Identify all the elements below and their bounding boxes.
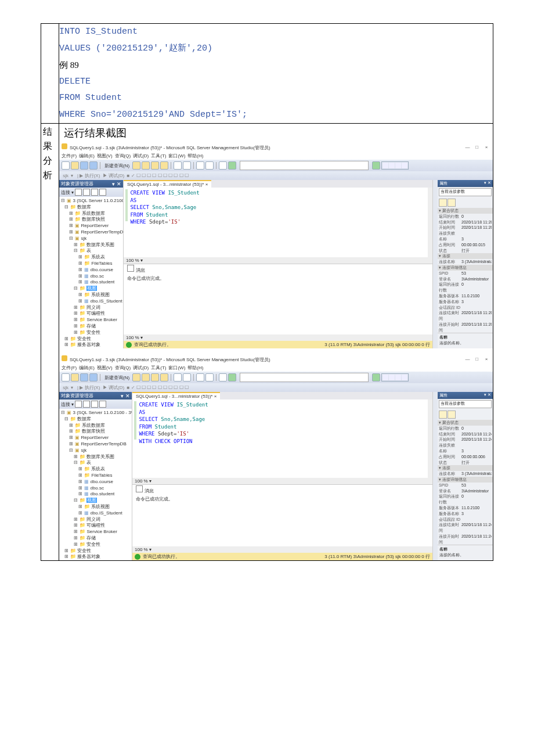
menu-bar[interactable]: 文件(F)编辑(E)视图(V)查询(Q)调试(D)工具(T)窗口(W)帮助(H) (59, 152, 493, 160)
editor-tab[interactable]: SQLQuery1.sql - 3...ministrator (53))* × (124, 180, 211, 188)
main-toolbar[interactable]: 新建查询(N) (59, 372, 493, 383)
nq-icon[interactable] (132, 161, 140, 170)
query-toolbar[interactable]: sjk ▾ | ▶ 执行(X) ▶ 调试(D) ■ ✓ ☐ ☐ ☐ ☐ ☐ ☐ … (59, 171, 493, 180)
app-icon (62, 355, 67, 361)
play-icon[interactable] (372, 161, 380, 170)
sql-editor[interactable]: SQLQuery1.sql - 3...ministrator (53))* ×… (124, 180, 432, 348)
messages-tab[interactable]: 消息 (124, 264, 432, 274)
message-icon (127, 265, 134, 272)
maximize-button[interactable]: □ (473, 145, 481, 150)
vertical-splitter[interactable] (432, 180, 438, 348)
properties-panel[interactable]: 属性▾ ✕ 当前连接参数 ▾ 聚合状态 返回的行数0结束时间2020/11/18… (438, 180, 493, 348)
save-icon[interactable] (80, 161, 88, 170)
alpha-icon[interactable] (448, 199, 456, 207)
props-combo[interactable]: 当前连接参数 (439, 188, 492, 196)
main-toolbar[interactable]: 新建查询(N) (59, 160, 493, 171)
close-button[interactable]: × (482, 357, 490, 362)
pin-icon[interactable]: ▾ ✕ (484, 181, 491, 186)
success-icon (126, 342, 132, 348)
ssms-screenshot-2: SQLQuery1.sql - 3.sjk (3\Administrator (… (59, 354, 493, 560)
ssms-screenshot-1: SQLQuery1.sql - 3.sjk (3\Administrator (… (59, 142, 493, 348)
properties-panel[interactable]: 属性▾ ✕ 当前连接参数 ▾ 聚合状态 返回的行数0结束时间2020/11/18… (438, 392, 493, 560)
window-title: SQLQuery1.sql - 3.sjk (3\Administrator (… (70, 357, 270, 362)
menu-bar[interactable]: 文件(F)编辑(E)视图(V)查询(Q)调试(D)工具(T)窗口(W)帮助(H) (59, 364, 493, 372)
object-explorer[interactable]: 对象资源管理器▾ ✕ 连接 ▾ ⊟ ▣ 3 (SQL Server 11.0.2… (59, 392, 132, 560)
editor-scrollbar[interactable] (428, 188, 432, 257)
close-button[interactable]: × (482, 145, 490, 150)
categorize-icon[interactable] (439, 199, 447, 207)
zoom-selector[interactable]: 100 % ▾ (124, 257, 432, 264)
pin-icon[interactable]: ▾ ✕ (112, 181, 121, 187)
sql-editor[interactable]: SQLQuery1.sql - 3...ministrator (53))* ×… (132, 392, 432, 560)
app-icon (62, 143, 67, 149)
section-title: 运行结果截图 (59, 124, 493, 142)
open-icon[interactable] (71, 161, 79, 170)
new-icon[interactable] (62, 161, 70, 170)
object-explorer[interactable]: 对象资源管理器▾ ✕ 连接 ▾ ⊟ ▣ 3 (SQL Server 11.0.2… (59, 180, 124, 348)
sql-code-block: INTO IS_Student VALUES ('200215129','赵新'… (59, 24, 493, 124)
solution-combo[interactable] (240, 161, 369, 170)
new-query-button[interactable]: 新建查询(N) (103, 163, 131, 169)
layout-buttons[interactable] (381, 161, 409, 170)
window-title: SQLQuery1.sql - 3.sjk (3\Administrator (… (70, 145, 270, 150)
minimize-button[interactable]: — (464, 145, 472, 150)
object-tree[interactable]: ⊟ ▣ 3 (SQL Server 11.0.2100 - 3\Admini ⊟… (59, 197, 123, 348)
minimize-button[interactable]: — (464, 357, 472, 362)
messages-body: 命令已成功完成。 (124, 274, 432, 334)
status-bar: 查询已成功执行。 3 (11.0 RTM) 3\Administrator (5… (124, 341, 432, 348)
row-label-results: 结果分析 (41, 124, 59, 561)
refresh-icon[interactable] (75, 189, 82, 196)
maximize-button[interactable]: □ (473, 357, 481, 362)
saveall-icon[interactable] (89, 161, 98, 170)
